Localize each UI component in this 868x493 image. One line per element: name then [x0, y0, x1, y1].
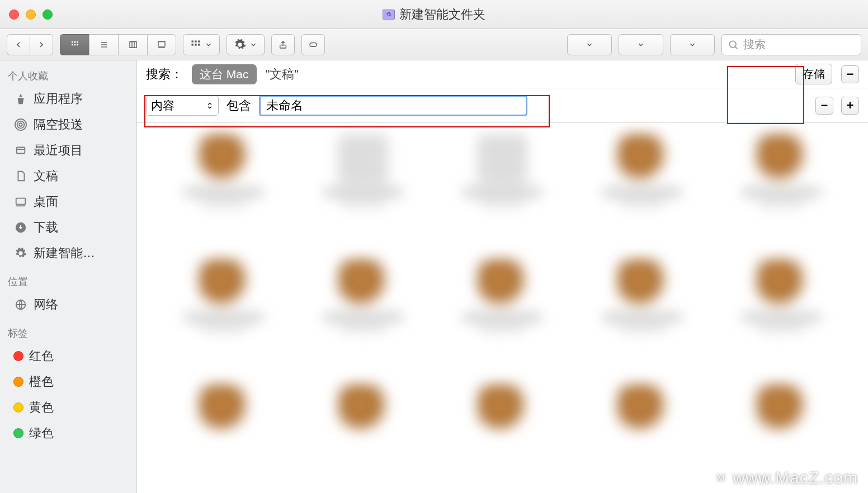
sidebar-label: 黄色 — [29, 399, 54, 416]
criteria-operator: 包含 — [227, 97, 251, 114]
sidebar-label: 最近项目 — [34, 142, 83, 159]
svg-rect-27 — [17, 148, 25, 154]
file-item[interactable] — [159, 134, 287, 254]
sidebar-tag-red[interactable]: 红色 — [0, 343, 136, 369]
search-field[interactable]: 搜索 — [721, 34, 861, 55]
nav-buttons — [7, 34, 53, 55]
remove-scope-button[interactable]: − — [841, 65, 859, 83]
dropdown-2[interactable] — [619, 34, 663, 55]
add-criteria-button[interactable]: + — [841, 97, 859, 115]
file-item[interactable] — [578, 259, 706, 379]
svg-rect-4 — [74, 44, 76, 45]
sidebar-header-favorites: 个人收藏 — [0, 66, 136, 86]
sidebar-item-network[interactable]: 网络 — [0, 292, 136, 317]
group-by-dropdown[interactable] — [183, 34, 220, 55]
svg-rect-18 — [195, 44, 196, 45]
scope-this-mac[interactable]: 这台 Mac — [192, 64, 257, 84]
search-label: 搜索： — [146, 66, 183, 83]
scope-documents[interactable]: "文稿" — [266, 66, 299, 83]
svg-rect-19 — [198, 44, 200, 45]
zoom-window-button[interactable] — [43, 10, 53, 20]
window-controls — [9, 10, 53, 20]
close-window-button[interactable] — [9, 10, 19, 20]
sidebar-item-applications[interactable]: 应用程序 — [0, 86, 136, 112]
airdrop-icon — [13, 117, 28, 132]
tag-dot-icon — [13, 377, 23, 387]
sidebar-label: 文稿 — [34, 168, 58, 184]
file-item[interactable] — [578, 134, 706, 254]
file-grid — [137, 123, 868, 493]
smart-folder-icon — [383, 10, 395, 20]
list-view-button[interactable] — [89, 34, 118, 55]
svg-rect-21 — [310, 42, 317, 46]
criteria-value-input[interactable] — [259, 95, 527, 116]
dropdown-3[interactable] — [670, 34, 715, 55]
sidebar-item-documents[interactable]: 文稿 — [0, 163, 136, 189]
svg-rect-29 — [16, 198, 26, 205]
sidebar-tag-yellow[interactable]: 黄色 — [0, 395, 136, 420]
applications-icon — [13, 92, 28, 106]
sidebar-tag-orange[interactable]: 橙色 — [0, 369, 136, 395]
watermark-text: www.MacZ.com — [733, 468, 858, 487]
file-item[interactable] — [438, 259, 567, 379]
file-item[interactable] — [718, 259, 846, 379]
file-item[interactable] — [159, 259, 287, 379]
back-button[interactable] — [7, 34, 30, 55]
sidebar-header-locations: 位置 — [0, 272, 136, 292]
desktop-icon — [13, 195, 28, 209]
sidebar-item-recents[interactable]: 最近项目 — [0, 138, 136, 163]
sidebar-label: 下载 — [34, 219, 58, 236]
action-dropdown[interactable] — [227, 34, 265, 55]
svg-rect-0 — [72, 41, 73, 43]
svg-point-22 — [729, 41, 736, 48]
tag-dot-icon — [13, 351, 23, 361]
sidebar-item-smart-folder[interactable]: 新建智能… — [0, 240, 136, 266]
svg-rect-17 — [192, 44, 194, 45]
tag-dot-icon — [13, 402, 23, 413]
file-item[interactable] — [438, 134, 567, 254]
column-view-button[interactable] — [118, 34, 147, 55]
svg-rect-1 — [74, 41, 76, 43]
gallery-view-button[interactable] — [147, 34, 176, 55]
sidebar-item-airdrop[interactable]: 隔空投送 — [0, 112, 136, 138]
watermark: M www.MacZ.com — [713, 468, 858, 487]
sidebar-label: 橙色 — [29, 373, 54, 390]
svg-point-25 — [17, 121, 25, 129]
file-item[interactable] — [299, 385, 427, 482]
recents-icon — [13, 143, 28, 158]
sidebar-tag-green[interactable]: 绿色 — [0, 420, 136, 446]
remove-criteria-button[interactable]: − — [815, 97, 833, 115]
sidebar-label: 红色 — [29, 348, 54, 364]
share-button[interactable] — [271, 34, 295, 55]
file-item[interactable] — [438, 385, 567, 482]
file-item[interactable] — [578, 385, 706, 482]
file-item[interactable] — [718, 134, 846, 254]
sidebar-item-downloads[interactable]: 下载 — [0, 215, 136, 240]
icon-view-button[interactable] — [60, 34, 89, 55]
svg-rect-3 — [72, 44, 73, 45]
criteria-attribute-select[interactable]: 内容 — [146, 96, 219, 116]
dropdown-1[interactable] — [567, 34, 612, 55]
file-item[interactable] — [718, 385, 846, 482]
sidebar-label: 应用程序 — [34, 91, 83, 107]
sidebar-item-desktop[interactable]: 桌面 — [0, 189, 136, 215]
save-button[interactable]: 存储 — [795, 64, 832, 84]
file-item[interactable] — [159, 385, 287, 482]
downloads-icon — [13, 220, 28, 235]
sidebar-label: 桌面 — [34, 193, 58, 210]
watermark-icon: M — [713, 470, 729, 486]
tag-dot-icon — [13, 428, 23, 438]
sidebar: 个人收藏 应用程序 隔空投送 最近项目 文稿 桌面 下载 新建智能… — [0, 60, 137, 493]
file-item[interactable] — [299, 259, 427, 379]
sidebar-label: 新建智能… — [34, 245, 95, 262]
file-item[interactable] — [299, 134, 427, 254]
tags-button[interactable] — [301, 34, 325, 55]
gear-icon — [13, 246, 28, 260]
criteria-row: 内容 包含 − + — [137, 88, 868, 123]
criteria-attribute-value: 内容 — [151, 98, 174, 113]
chevron-updown-icon — [206, 102, 214, 110]
minimize-window-button[interactable] — [26, 10, 36, 20]
forward-button[interactable] — [30, 34, 53, 55]
window-title: 新建智能文件夹 — [383, 6, 485, 23]
network-icon — [13, 297, 28, 312]
